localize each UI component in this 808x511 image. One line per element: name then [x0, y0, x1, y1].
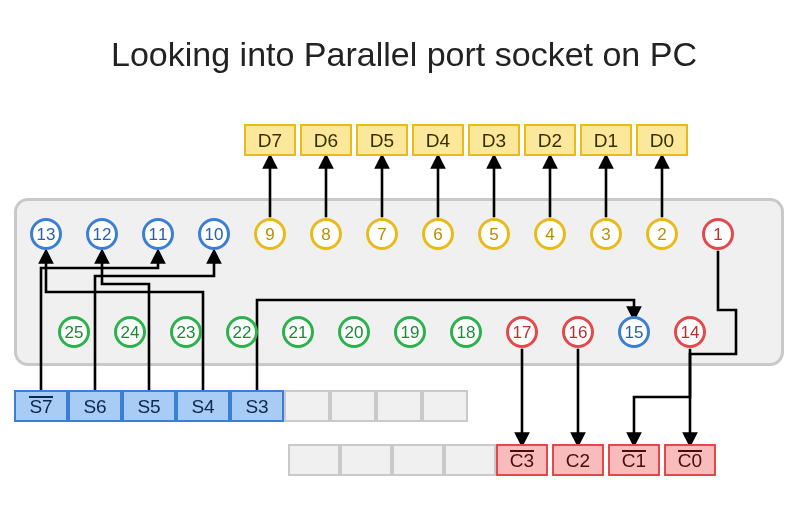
status-pad-0	[284, 390, 330, 422]
data-bit-D3: D3	[468, 124, 520, 156]
pin-24: 24	[114, 316, 146, 348]
control-bit-C2: C2	[552, 444, 604, 476]
control-pad-0	[288, 444, 340, 476]
status-bit-S7: S7	[14, 390, 68, 422]
data-bit-D5: D5	[356, 124, 408, 156]
data-bit-D4: D4	[412, 124, 464, 156]
pin-8: 8	[310, 218, 342, 250]
pin-5: 5	[478, 218, 510, 250]
pin-22: 22	[226, 316, 258, 348]
status-bit-S4: S4	[176, 390, 230, 422]
pin-4: 4	[534, 218, 566, 250]
pin-12: 12	[86, 218, 118, 250]
pin-16: 16	[562, 316, 594, 348]
pin-9: 9	[254, 218, 286, 250]
pin-18: 18	[450, 316, 482, 348]
pin-13: 13	[30, 218, 62, 250]
pin-15: 15	[618, 316, 650, 348]
status-bit-S3: S3	[230, 390, 284, 422]
status-pad-2	[376, 390, 422, 422]
pin-6: 6	[422, 218, 454, 250]
pin-21: 21	[282, 316, 314, 348]
diagram-title: Looking into Parallel port socket on PC	[0, 35, 808, 74]
status-pad-3	[422, 390, 468, 422]
data-bit-D7: D7	[244, 124, 296, 156]
pin-14: 14	[674, 316, 706, 348]
pin-17: 17	[506, 316, 538, 348]
status-bit-S5: S5	[122, 390, 176, 422]
control-pad-1	[340, 444, 392, 476]
control-bit-C1: C1	[608, 444, 660, 476]
data-bit-D6: D6	[300, 124, 352, 156]
pin-3: 3	[590, 218, 622, 250]
pin-19: 19	[394, 316, 426, 348]
data-bit-D0: D0	[636, 124, 688, 156]
control-bit-C0: C0	[664, 444, 716, 476]
pin-25: 25	[58, 316, 90, 348]
pin-7: 7	[366, 218, 398, 250]
status-bit-S6: S6	[68, 390, 122, 422]
pin-1: 1	[702, 218, 734, 250]
control-pad-2	[392, 444, 444, 476]
pin-20: 20	[338, 316, 370, 348]
status-pad-1	[330, 390, 376, 422]
control-bit-C3: C3	[496, 444, 548, 476]
pin-11: 11	[142, 218, 174, 250]
pin-2: 2	[646, 218, 678, 250]
pin-10: 10	[198, 218, 230, 250]
pin-23: 23	[170, 316, 202, 348]
data-bit-D2: D2	[524, 124, 576, 156]
control-pad-3	[444, 444, 496, 476]
data-bit-D1: D1	[580, 124, 632, 156]
